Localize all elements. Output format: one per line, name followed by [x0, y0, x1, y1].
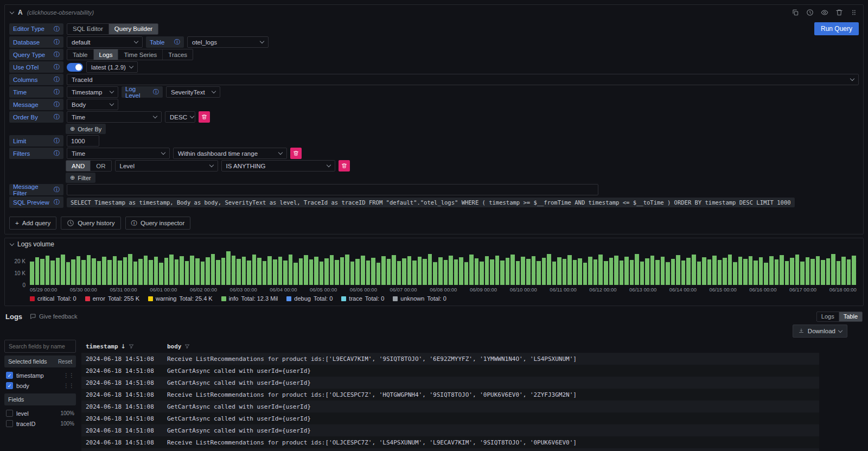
info-icon[interactable]: ⓘ	[54, 149, 60, 157]
filter-join-or[interactable]: OR	[91, 161, 111, 171]
volume-x-axis: 05/29 00:0005/30 00:0005/31 00:0006/01 0…	[30, 285, 857, 293]
field-item[interactable]: traceID100%	[4, 418, 76, 429]
info-icon[interactable]: ⓘ	[54, 100, 60, 109]
table-row[interactable]: 2024-06-18 14:51:08Receive ListRecommend…	[81, 436, 819, 448]
info-icon[interactable]: ⓘ	[54, 25, 60, 33]
download-button[interactable]: Download	[793, 325, 847, 338]
drag-handle-icon[interactable]	[850, 9, 858, 16]
give-feedback-link[interactable]: Give feedback	[30, 313, 77, 320]
info-icon[interactable]: ⓘ	[54, 75, 60, 84]
drag-handle-icon[interactable]: ⋮⋮	[63, 372, 74, 378]
info-icon[interactable]: ⓘ	[54, 198, 60, 206]
filter2-operator-select[interactable]: IS ANYTHING	[221, 160, 335, 171]
query-history-icon[interactable]	[806, 9, 814, 16]
remove-query-trash-icon[interactable]	[835, 9, 843, 16]
reset-fields-button[interactable]: Reset	[58, 359, 72, 365]
info-icon[interactable]: ⓘ	[54, 50, 60, 59]
query-inspector-button[interactable]: ⓘ Query inspector	[125, 217, 191, 230]
query-type-traces[interactable]: Traces	[163, 49, 193, 60]
info-icon[interactable]: ⓘ	[153, 88, 159, 96]
sort-desc-icon[interactable]: ↓	[121, 343, 126, 350]
drag-handle-icon[interactable]: ⋮⋮	[63, 383, 74, 389]
log-level-select[interactable]: SeverityText	[166, 86, 220, 98]
legend-item[interactable]: criticalTotal: 0	[30, 295, 76, 302]
legend-item[interactable]: traceTotal: 0	[341, 295, 384, 302]
column-header-timestamp[interactable]: timestamp ↓	[81, 340, 163, 353]
use-otel-toggle[interactable]	[67, 63, 83, 72]
filter-icon[interactable]	[184, 344, 190, 349]
remove-filter2-button[interactable]	[339, 160, 350, 171]
logs-table: timestamp ↓ body 2024-	[81, 340, 819, 451]
info-icon[interactable]: ⓘ	[174, 38, 180, 46]
collapse-chevron-icon[interactable]	[10, 241, 14, 245]
volume-bar	[516, 261, 520, 285]
message-filter-input[interactable]	[67, 184, 598, 195]
query-history-button[interactable]: Query history	[61, 217, 120, 230]
info-icon[interactable]: ⓘ	[54, 137, 60, 145]
remove-order-by-button[interactable]	[199, 111, 210, 123]
legend-item[interactable]: warningTotal: 25.4 K	[148, 295, 213, 302]
legend-item[interactable]: infoTotal: 12.3 Mil	[221, 295, 278, 302]
add-query-button[interactable]: + Add query	[9, 217, 56, 230]
editor-type-query-builder[interactable]: Query Builder	[109, 24, 158, 34]
volume-bar	[490, 259, 494, 285]
query-type-logs[interactable]: Logs	[94, 49, 119, 60]
add-order-by-button[interactable]: ⊕ Order By	[66, 124, 106, 134]
query-type-time-series[interactable]: Time Series	[118, 49, 163, 60]
field-checkbox[interactable]	[6, 420, 13, 427]
filter-field-select[interactable]: Time	[67, 148, 170, 159]
message-column-select[interactable]: Body	[67, 99, 118, 110]
time-column-select[interactable]: Timestamp	[67, 86, 118, 98]
legend-item[interactable]: debugTotal: 0	[286, 295, 333, 302]
field-checkbox[interactable]: ✓	[6, 382, 13, 389]
table-row[interactable]: 2024-06-18 14:51:08GetCartAsync called w…	[81, 424, 819, 436]
database-select[interactable]: default	[67, 36, 143, 48]
info-icon[interactable]: ⓘ	[54, 63, 60, 71]
otel-version-select[interactable]: latest (1.2.9)	[86, 61, 138, 73]
collapse-chevron-icon[interactable]	[10, 9, 14, 14]
query-type-table[interactable]: Table	[67, 49, 94, 60]
view-option-logs[interactable]: Logs	[817, 312, 839, 321]
view-option-table[interactable]: Table	[839, 312, 862, 321]
volume-bar	[837, 261, 841, 285]
filter-operator-select[interactable]: Within dashboard time range	[173, 148, 287, 159]
duplicate-query-button[interactable]	[792, 9, 799, 16]
order-by-field-select[interactable]: Time	[67, 111, 162, 123]
selected-field-item[interactable]: ✓timestamp⋮⋮	[4, 370, 76, 380]
filter-icon[interactable]	[129, 344, 134, 349]
selected-field-item[interactable]: ✓body⋮⋮	[4, 380, 76, 391]
filter-join-and[interactable]: AND	[66, 161, 91, 171]
table-row[interactable]: 2024-06-18 14:51:08GetCartAsync called w…	[81, 412, 819, 424]
table-row[interactable]: 2024-06-18 14:51:08Receive ListRecommend…	[81, 389, 819, 401]
field-checkbox[interactable]: ✓	[6, 372, 13, 379]
columns-multiselect[interactable]: TraceId	[67, 74, 859, 85]
field-checkbox[interactable]	[6, 410, 13, 417]
column-header-body[interactable]: body	[163, 340, 819, 353]
volume-bar	[138, 259, 143, 285]
table-row[interactable]: 2024-06-18 14:51:08Receive ListRecommend…	[81, 353, 819, 365]
filter2-field-select[interactable]: Level	[115, 160, 218, 171]
info-icon[interactable]: ⓘ	[54, 38, 60, 46]
info-icon[interactable]: ⓘ	[54, 88, 60, 96]
field-item[interactable]: level100%	[4, 408, 76, 418]
limit-input[interactable]	[67, 135, 99, 147]
info-icon[interactable]: ⓘ	[54, 113, 60, 121]
legend-item[interactable]: errorTotal: 255 K	[85, 295, 139, 302]
table-row[interactable]: 2024-06-18 14:51:08GetCartAsync called w…	[81, 377, 819, 389]
table-select[interactable]: otel_logs	[187, 36, 269, 48]
info-icon[interactable]: ⓘ	[54, 186, 60, 194]
remove-filter-button[interactable]	[290, 148, 302, 159]
x-tick-label: 06/04 00:00	[270, 287, 297, 293]
table-row[interactable]: 2024-06-18 14:51:08GetCartAsync called w…	[81, 401, 819, 412]
volume-bar	[350, 262, 355, 285]
editor-type-sql-editor[interactable]: SQL Editor	[67, 24, 109, 34]
legend-item[interactable]: unknownTotal: 0	[393, 295, 446, 302]
search-fields-input[interactable]	[4, 340, 76, 353]
hide-response-eye-icon[interactable]	[821, 9, 828, 16]
volume-bar	[718, 260, 722, 285]
add-filter-button[interactable]: ⊕ Filter	[66, 173, 95, 183]
order-by-direction-select[interactable]: DESC	[165, 111, 195, 123]
run-query-button[interactable]: Run Query	[814, 22, 859, 35]
table-row[interactable]: 2024-06-18 14:51:08Receive ListRecommend…	[81, 448, 819, 451]
table-row[interactable]: 2024-06-18 14:51:08GetCartAsync called w…	[81, 365, 819, 377]
